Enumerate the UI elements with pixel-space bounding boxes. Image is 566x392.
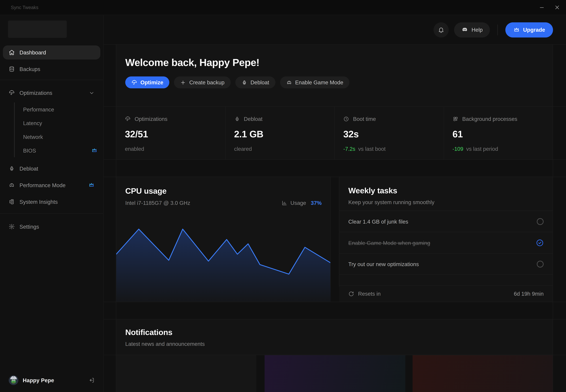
sidebar-item-performance-mode[interactable]: Performance Mode bbox=[3, 178, 100, 192]
minimize-button[interactable] bbox=[538, 4, 545, 11]
task-row-enable-game-mode[interactable]: Enable Game Mode when gaming bbox=[339, 232, 553, 253]
window-title: Sync Tweaks bbox=[11, 5, 38, 10]
button-label: Debloat bbox=[251, 79, 269, 85]
stat-delta: -109 bbox=[452, 146, 463, 152]
gear-icon bbox=[9, 224, 15, 230]
debloat-button[interactable]: Debloat bbox=[235, 76, 275, 88]
divider bbox=[104, 302, 566, 302]
task-label: Try out our new optimizations bbox=[348, 261, 419, 267]
notification-card[interactable] bbox=[265, 355, 405, 392]
sidebar-subitem-network[interactable]: Network bbox=[15, 130, 101, 143]
stat-delta-note: vs last boot bbox=[358, 146, 386, 152]
sidebar-subitem-label: Latency bbox=[23, 120, 42, 126]
task-label: Clear 1.4 GB of junk files bbox=[348, 218, 408, 224]
upgrade-label: Upgrade bbox=[523, 27, 545, 33]
sidebar-user-row[interactable]: Happy Pepe bbox=[0, 369, 103, 392]
app-logo-placeholder bbox=[8, 20, 67, 38]
notifications-button[interactable] bbox=[433, 22, 449, 37]
sidebar-item-settings[interactable]: Settings bbox=[3, 220, 100, 234]
task-checkbox[interactable] bbox=[537, 218, 544, 225]
button-label: Optimize bbox=[140, 79, 163, 85]
brush-icon bbox=[241, 80, 247, 85]
weekly-tasks-spacer bbox=[339, 274, 553, 285]
stat-sub: enabled bbox=[125, 146, 144, 152]
divider bbox=[104, 177, 566, 177]
sidebar-subnav-optimizations: Performance Latency Network BIOS bbox=[14, 102, 100, 157]
divider bbox=[339, 177, 339, 287]
sidebar-group-optimizations[interactable]: Optimizations bbox=[3, 86, 100, 100]
sidebar-subitem-label: Performance bbox=[23, 106, 54, 112]
home-icon bbox=[9, 49, 15, 56]
header-divider bbox=[497, 24, 498, 35]
user-name: Happy Pepe bbox=[23, 377, 54, 383]
sidebar-divider bbox=[0, 213, 103, 214]
plus-icon bbox=[180, 80, 186, 85]
sidebar-item-debloat[interactable]: Debloat bbox=[3, 161, 100, 176]
clock-icon bbox=[343, 116, 349, 122]
discord-icon bbox=[462, 26, 468, 33]
close-icon bbox=[554, 4, 560, 11]
sidebar-item-system-insights[interactable]: System Insights bbox=[3, 195, 100, 209]
main-area: Help Upgrade Welcome back, Happy Pepe! bbox=[104, 15, 566, 392]
weekly-tasks-footer: Resets in 6d 19h 9min bbox=[339, 285, 553, 302]
stat-value: 61 bbox=[452, 129, 544, 140]
enable-game-mode-button[interactable]: Enable Game Mode bbox=[280, 76, 349, 88]
create-backup-button[interactable]: Create backup bbox=[174, 76, 231, 88]
stat-value: 32/51 bbox=[125, 129, 216, 140]
sidebar-item-label: Dashboard bbox=[19, 49, 46, 56]
optimize-button[interactable]: Optimize bbox=[125, 76, 169, 88]
app-window: Sync Tweaks Dashboard Backups bbox=[0, 0, 566, 392]
cpu-usage-value: 37% bbox=[311, 200, 322, 206]
notifications-subtitle: Latest news and announcements bbox=[125, 341, 544, 347]
sidebar-subitem-label: BIOS bbox=[23, 147, 36, 154]
divider bbox=[104, 159, 566, 160]
task-checked-icon[interactable] bbox=[536, 239, 544, 246]
sidebar-subitem-bios[interactable]: BIOS bbox=[15, 143, 101, 157]
divider bbox=[553, 44, 553, 392]
logout-icon[interactable] bbox=[89, 377, 95, 383]
upgrade-button[interactable]: Upgrade bbox=[505, 22, 553, 37]
sidebar-item-dashboard[interactable]: Dashboard bbox=[3, 45, 100, 59]
cpu-usage-chart bbox=[116, 215, 331, 302]
sidebar-item-label: Backups bbox=[19, 66, 40, 72]
window-titlebar: Sync Tweaks bbox=[0, 0, 566, 15]
stat-card-debloat: Debloat 2.1 GB cleared bbox=[225, 107, 334, 159]
sidebar-nav: Dashboard Backups Optimizations Performa… bbox=[0, 45, 103, 236]
notification-card[interactable] bbox=[413, 355, 553, 392]
avatar-image bbox=[9, 375, 18, 385]
brush-icon bbox=[234, 116, 240, 122]
database-icon bbox=[9, 66, 15, 72]
sidebar: Dashboard Backups Optimizations Performa… bbox=[0, 15, 104, 392]
legend-label: Usage bbox=[290, 200, 306, 206]
cpu-usage-chart-svg bbox=[116, 215, 331, 302]
button-label: Enable Game Mode bbox=[295, 79, 343, 85]
notification-card[interactable] bbox=[116, 355, 256, 392]
sidebar-group-label: Optimizations bbox=[19, 90, 52, 96]
premium-crown-icon bbox=[89, 182, 95, 188]
umbrella-gauge-icon bbox=[9, 90, 15, 96]
task-checkbox[interactable] bbox=[537, 261, 544, 267]
help-button[interactable]: Help bbox=[454, 22, 490, 37]
close-button[interactable] bbox=[554, 4, 560, 11]
task-row-try-optimizations[interactable]: Try out our new optimizations bbox=[339, 253, 553, 274]
divider bbox=[104, 106, 566, 107]
avatar bbox=[9, 375, 18, 385]
sidebar-item-label: Settings bbox=[19, 224, 39, 230]
welcome-section: Welcome back, Happy Pepe! Optimize Creat… bbox=[116, 45, 553, 106]
bell-icon bbox=[438, 27, 445, 33]
stats-row: Optimizations 32/51 enabled Debloat 2.1 … bbox=[116, 107, 553, 159]
task-row-clear-junk[interactable]: Clear 1.4 GB of junk files bbox=[339, 210, 553, 232]
divider bbox=[104, 355, 566, 355]
sidebar-subitem-label: Network bbox=[23, 134, 43, 140]
cpu-usage-card: CPU usage Intel i7-1185G7 @ 3.0 GHz Usag… bbox=[116, 177, 331, 302]
sidebar-item-backups[interactable]: Backups bbox=[3, 62, 100, 76]
stat-label: Optimizations bbox=[135, 116, 167, 122]
notifications-title: Notifications bbox=[125, 328, 544, 337]
sidebar-subitem-performance[interactable]: Performance bbox=[15, 102, 101, 116]
cpu-model: Intel i7-1185G7 @ 3.0 GHz bbox=[125, 200, 190, 206]
sidebar-divider bbox=[0, 80, 103, 80]
helmet-icon bbox=[9, 182, 15, 188]
sidebar-item-label: Debloat bbox=[19, 166, 38, 172]
main-header: Help Upgrade bbox=[104, 15, 566, 44]
sidebar-subitem-latency[interactable]: Latency bbox=[15, 116, 101, 130]
